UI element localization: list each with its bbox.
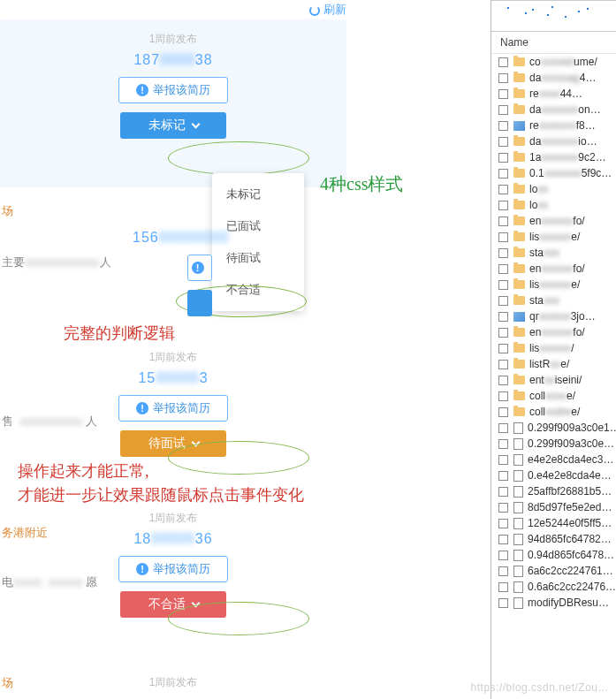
checkbox[interactable] [498, 487, 508, 497]
network-request-row[interactable]: 25affbf26881b5… [491, 483, 616, 499]
file-name: enxxxxxxfo/ [529, 262, 585, 275]
network-request-row[interactable]: lisxxxxxxe/ [491, 229, 616, 245]
dropdown-item-pending[interactable]: 待面试 [212, 242, 304, 274]
report-button-4[interactable]: !举报该简历 [118, 556, 228, 582]
network-request-row[interactable]: qrxxxxxx3jo… [491, 308, 616, 324]
network-request-row[interactable]: daxxxxxag4… [491, 70, 616, 86]
file-icon [513, 566, 523, 577]
network-request-row[interactable]: 1axxxxxxx9c2… [491, 149, 616, 165]
network-request-row[interactable]: e4e2e8cda4ec3… [491, 452, 616, 467]
checkbox[interactable] [498, 201, 508, 210]
checkbox[interactable] [498, 376, 508, 385]
network-request-row[interactable]: coxxxxedume/ [491, 54, 616, 70]
checkbox[interactable] [498, 328, 508, 338]
network-request-row[interactable]: 6a6c2cc224761… [491, 563, 616, 579]
report-button-3[interactable]: !举报该简历 [118, 395, 228, 422]
network-request-row[interactable]: staxxx [491, 245, 616, 261]
network-request-row[interactable]: loxx [491, 181, 616, 197]
network-request-row[interactable]: enxxxxxxfo/ [491, 324, 616, 340]
network-request-row[interactable]: collxxdree/ [491, 404, 616, 420]
checkbox[interactable] [498, 280, 508, 290]
network-request-row[interactable]: enxxxxxxfo/ [491, 261, 616, 277]
folder-icon [513, 232, 525, 241]
file-name: enxxxxxxfo/ [529, 215, 585, 227]
dropdown-item-unmarked[interactable]: 未标记 [212, 179, 304, 210]
checkbox[interactable] [498, 566, 508, 576]
checkbox[interactable] [498, 423, 508, 433]
checkbox[interactable] [498, 73, 508, 83]
folder-icon [513, 248, 525, 257]
refresh-button[interactable]: 刷新 [309, 2, 482, 18]
status-tag-unfit[interactable]: 不合适 [120, 591, 226, 618]
network-request-row[interactable]: rexxxx44… [491, 86, 616, 102]
network-request-row[interactable]: loxx [491, 197, 616, 213]
checkbox[interactable] [498, 439, 508, 449]
network-request-row[interactable]: listRxxe/ [491, 356, 616, 372]
checkbox[interactable] [498, 264, 508, 274]
file-name: qrxxxxxx3jo… [529, 310, 596, 323]
folder-icon [513, 137, 525, 146]
checkbox[interactable] [498, 519, 508, 528]
folder-icon [513, 185, 525, 194]
checkbox[interactable] [498, 137, 508, 147]
checkbox[interactable] [498, 391, 508, 401]
status-tag-unmarked[interactable]: 未标记 [120, 112, 226, 139]
checkbox[interactable] [498, 551, 508, 560]
network-request-row[interactable]: 0.94d865fc6478… [491, 547, 616, 563]
report-button-2[interactable]: ! [187, 255, 212, 281]
checkbox[interactable] [498, 296, 508, 306]
network-request-row[interactable]: 8d5d97fe5e2ed… [491, 499, 616, 515]
checkbox[interactable] [498, 344, 508, 353]
checkbox[interactable] [498, 153, 508, 163]
file-name: 0.299f909a3c0e… [528, 437, 614, 450]
checkbox[interactable] [498, 407, 508, 417]
checkbox[interactable] [498, 89, 508, 99]
network-request-row[interactable]: 0.299f909a3c0e1… [491, 420, 616, 436]
column-header-name[interactable]: Name [491, 31, 616, 54]
checkbox[interactable] [498, 217, 508, 226]
network-request-row[interactable]: modifyDBResu… [491, 595, 616, 611]
network-request-row[interactable]: daxxxxxxxio… [491, 133, 616, 149]
phone-number: 187000038 [0, 52, 346, 68]
checkbox[interactable] [498, 503, 508, 513]
network-request-row[interactable]: 0.1xxxxxxx5f9c… [491, 165, 616, 181]
checkbox[interactable] [498, 598, 508, 608]
network-request-row[interactable]: entxxiseini/ [491, 372, 616, 388]
report-button[interactable]: !举报该简历 [118, 77, 228, 103]
network-request-row[interactable]: rexxxxxxxf8… [491, 118, 616, 133]
folder-icon [513, 280, 525, 289]
network-request-row[interactable]: enxxxxxxfo/ [491, 213, 616, 229]
network-request-row[interactable]: lisxxxxxx/ [491, 340, 616, 356]
checkbox[interactable] [498, 185, 508, 194]
network-request-row[interactable]: 0.299f909a3c0e… [491, 436, 616, 452]
checkbox[interactable] [498, 169, 508, 179]
network-request-row[interactable]: collxxxxe/ [491, 388, 616, 404]
network-request-row[interactable]: 94d865fc64782… [491, 531, 616, 547]
checkbox[interactable] [498, 582, 508, 592]
checkbox[interactable] [498, 57, 508, 67]
network-request-row[interactable]: daxxxxxxxon… [491, 102, 616, 118]
checkbox[interactable] [498, 248, 508, 258]
checkbox[interactable] [498, 535, 508, 544]
network-request-row[interactable]: staxxx [491, 293, 616, 308]
checkbox[interactable] [498, 232, 508, 242]
network-request-row[interactable]: 0.6a6c2cc22476… [491, 579, 616, 595]
status-tag-pending[interactable]: 待面试 [120, 430, 226, 457]
status-tag-overlapped[interactable] [187, 290, 212, 316]
file-icon [513, 534, 523, 545]
checkbox[interactable] [498, 105, 508, 115]
checkbox[interactable] [498, 360, 508, 369]
checkbox[interactable] [498, 121, 508, 131]
info-icon: ! [136, 563, 148, 575]
checkbox[interactable] [498, 455, 508, 465]
publish-time: 1周前发布 [0, 511, 346, 526]
checkbox[interactable] [498, 312, 508, 322]
phone-number-3: 15000003 [0, 370, 346, 386]
network-request-row[interactable]: lisxxxxxxe/ [491, 277, 616, 293]
network-request-row[interactable]: 0.e4e2e8cda4e… [491, 467, 616, 483]
chevron-down-icon [191, 120, 200, 129]
network-request-row[interactable]: 12e5244e0f5ff5… [491, 515, 616, 531]
file-icon [513, 438, 523, 450]
dropdown-item-unfit[interactable]: 不合适 [212, 274, 304, 306]
checkbox[interactable] [498, 471, 508, 481]
